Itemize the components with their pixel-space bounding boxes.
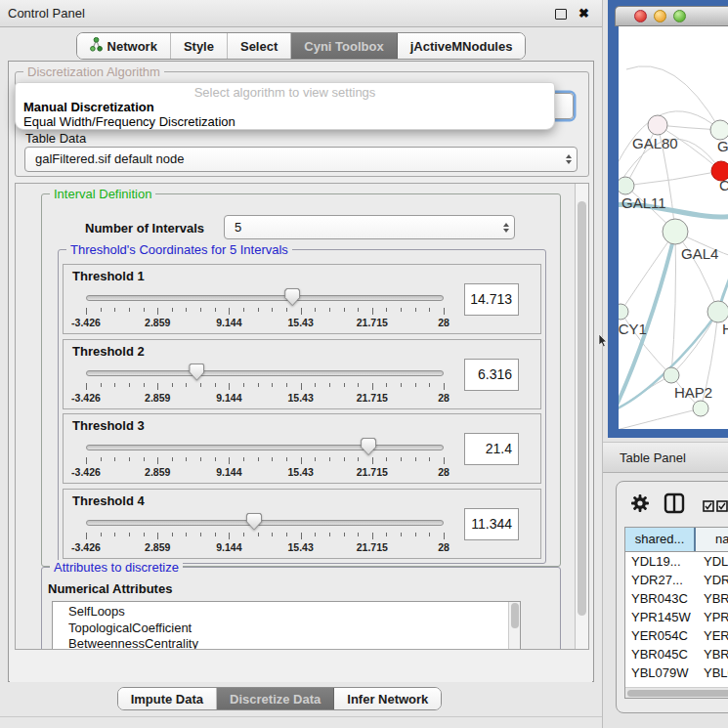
tab-impute-data[interactable]: Impute Data (118, 688, 217, 709)
table-row[interactable]: YPR145WYPR1 (625, 608, 728, 626)
list-item[interactable]: BetweennessCentrality (53, 636, 520, 650)
tick-label: 9.144 (216, 466, 241, 478)
horizontal-scrollbar[interactable] (625, 687, 728, 698)
tab-select[interactable]: Select (228, 33, 291, 59)
network-node-GAL4[interactable] (663, 219, 688, 244)
threshold-value-field[interactable]: 11.344 (464, 508, 519, 540)
threshold-value-field[interactable]: 14.713 (464, 283, 519, 316)
traffic-light-close-icon[interactable] (634, 10, 647, 22)
table-row[interactable]: YBR045CYBR0 (625, 645, 728, 664)
stepper-arrows-icon (566, 154, 572, 164)
dropdown-option[interactable]: Equal Width/Frequency Discretization (16, 114, 554, 129)
gear-icon[interactable] (630, 493, 650, 517)
table-data-label: Table Data (25, 131, 86, 146)
network-node-GAL80[interactable] (648, 115, 667, 135)
close-icon[interactable]: ✖ (578, 0, 589, 26)
slider-handle-face (190, 364, 203, 380)
table-cell: YER054C (625, 626, 696, 645)
network-edge[interactable] (675, 232, 718, 312)
network-node-GAL11[interactable] (619, 177, 634, 194)
network-edge[interactable] (621, 232, 675, 312)
tab-discretize-data[interactable]: Discretize Data (217, 688, 334, 709)
traffic-light-minimize-icon[interactable] (654, 10, 666, 22)
tick-mark (372, 457, 373, 464)
list-scrollbar-thumb[interactable] (511, 603, 519, 628)
threshold-value-field[interactable]: 6.316 (464, 359, 519, 391)
tab-infer-network[interactable]: Infer Network (334, 688, 441, 709)
panel-scrollbar[interactable] (575, 184, 588, 649)
tab-jactivemnodules[interactable]: jActiveMNodules (398, 33, 526, 59)
tick-label: -3.426 (71, 466, 101, 478)
tick-label: 2.859 (145, 466, 170, 478)
traffic-light-zoom-icon[interactable] (673, 10, 686, 22)
threshold-slider-track[interactable] (86, 295, 444, 301)
threshold-slider-handle[interactable] (284, 288, 300, 306)
dropdown-option[interactable]: Manual Discretization (16, 100, 554, 114)
network-node-GCY1[interactable] (619, 304, 628, 320)
tick-mark (344, 383, 345, 387)
threshold-panel: Threshold 2-3.4262.8599.14415.4321.71528… (63, 339, 541, 409)
threshold-slider-handle[interactable] (361, 438, 376, 455)
network-node-label: H (722, 321, 728, 337)
threshold-slider-track[interactable] (86, 520, 444, 526)
threshold-slider-track[interactable] (86, 445, 444, 450)
table-row[interactable]: YER054CYER0 (625, 626, 728, 645)
table-panel-titlebar: Table Panel (603, 442, 728, 473)
table-row[interactable]: YDR27...YDR2 (625, 571, 728, 589)
tick-mark (272, 383, 273, 387)
tick-mark (415, 533, 416, 536)
network-node-H-node[interactable] (707, 301, 728, 322)
tick-mark (215, 457, 216, 461)
numerical-attributes-list[interactable]: SelfLoopsTopologicalCoefficientBetweenne… (52, 601, 521, 650)
network-node-HAP2[interactable] (664, 367, 679, 383)
columns-icon[interactable] (664, 492, 685, 518)
checkbox-icon[interactable] (716, 498, 728, 516)
checkbox-icon[interactable] (703, 498, 714, 516)
tab-network[interactable]: Network (77, 33, 171, 59)
tick-mark (301, 457, 302, 464)
tick-mark (114, 533, 115, 536)
tick-mark (129, 308, 130, 312)
tick-mark (229, 383, 230, 390)
tick-mark (229, 308, 230, 315)
tick-label: -3.426 (71, 317, 101, 328)
tab-label: Network (107, 39, 157, 54)
tick-label: 9.144 (216, 392, 241, 404)
table-row[interactable]: YDL19...YDL1 (625, 552, 728, 571)
tab-cyni-toolbox[interactable]: Cyni Toolbox (291, 33, 397, 59)
tick-label: 2.859 (145, 392, 170, 404)
tick-mark (301, 383, 302, 390)
list-scrollbar[interactable] (508, 602, 520, 650)
network-node-top-right-node[interactable] (710, 120, 728, 140)
threshold-slider-track[interactable] (86, 370, 444, 376)
network-edge[interactable] (619, 408, 701, 429)
network-window-titlebar[interactable] (615, 6, 728, 26)
tick-mark (344, 457, 345, 461)
node-attribute-table[interactable]: shared...naYDL19...YDL1YDR27...YDR2YBR04… (624, 527, 728, 699)
tick-mark (429, 308, 430, 312)
tick-label: 15.43 (287, 317, 313, 328)
control-panel-title: Control Panel (8, 0, 85, 26)
table-cell: YDL1 (696, 552, 728, 571)
list-item[interactable]: SelfLoops (53, 604, 520, 621)
number-of-intervals-combobox[interactable]: 5 (224, 215, 515, 239)
tab-style[interactable]: Style (171, 33, 228, 59)
list-item[interactable]: TopologicalCoefficient (53, 621, 520, 637)
float-icon[interactable] (555, 9, 567, 20)
column-header[interactable]: shared... (625, 528, 696, 551)
network-edge[interactable] (625, 171, 721, 186)
threshold-slider-handle[interactable] (246, 513, 262, 531)
panel-scrollbar-thumb[interactable] (578, 201, 586, 616)
table-data-combobox[interactable]: galFiltered.sif default node (24, 147, 578, 172)
column-header[interactable]: na (696, 528, 728, 551)
network-edge[interactable] (671, 232, 676, 375)
table-row[interactable]: YBL079WYBL0 (625, 664, 728, 682)
horizontal-scrollbar-thumb[interactable] (627, 690, 728, 697)
threshold-value-field[interactable]: 21.4 (464, 433, 519, 465)
threshold-slider-handle[interactable] (189, 364, 204, 381)
table-row[interactable]: YBR043CYBR0 (625, 589, 728, 608)
network-canvas[interactable]: GAL80GACGAL11GAL4GCY1HHAP2 (619, 26, 728, 429)
network-node-label: GA (717, 138, 728, 154)
network-node-bottom-node[interactable] (693, 401, 708, 416)
tick-mark (358, 457, 359, 461)
